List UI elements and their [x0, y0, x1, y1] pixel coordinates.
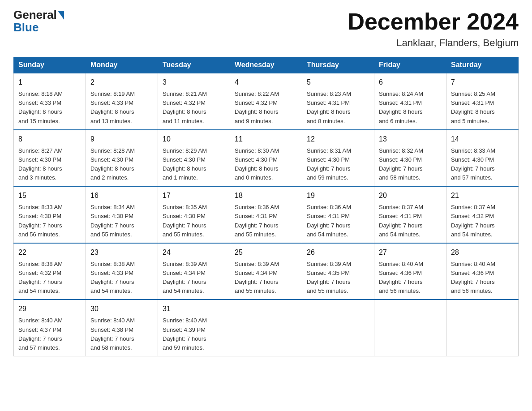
calendar-cell: 2Sunrise: 8:19 AM Sunset: 4:33 PM Daylig…	[86, 73, 158, 130]
day-info: Sunrise: 8:36 AM Sunset: 4:31 PM Dayligh…	[235, 203, 297, 239]
day-info: Sunrise: 8:23 AM Sunset: 4:31 PM Dayligh…	[307, 90, 369, 126]
day-number: 13	[379, 134, 442, 145]
day-info: Sunrise: 8:35 AM Sunset: 4:30 PM Dayligh…	[163, 203, 225, 239]
day-info: Sunrise: 8:40 AM Sunset: 4:36 PM Dayligh…	[451, 260, 514, 296]
day-info: Sunrise: 8:22 AM Sunset: 4:32 PM Dayligh…	[235, 90, 297, 126]
day-number: 17	[163, 190, 225, 201]
day-number: 31	[163, 304, 225, 314]
day-number: 23	[90, 247, 153, 258]
calendar-cell: 13Sunrise: 8:32 AM Sunset: 4:30 PM Dayli…	[374, 130, 446, 187]
location-title: Lanklaar, Flanders, Belgium	[348, 37, 519, 49]
calendar-cell: 5Sunrise: 8:23 AM Sunset: 4:31 PM Daylig…	[302, 73, 374, 130]
day-info: Sunrise: 8:30 AM Sunset: 4:30 PM Dayligh…	[235, 146, 297, 183]
day-info: Sunrise: 8:21 AM Sunset: 4:32 PM Dayligh…	[163, 90, 225, 126]
day-info: Sunrise: 8:33 AM Sunset: 4:30 PM Dayligh…	[451, 146, 514, 183]
calendar-cell: 26Sunrise: 8:39 AM Sunset: 4:35 PM Dayli…	[302, 243, 374, 300]
calendar-week-row: 8Sunrise: 8:27 AM Sunset: 4:30 PM Daylig…	[14, 130, 519, 187]
month-title: December 2024	[348, 9, 519, 34]
calendar-cell: 3Sunrise: 8:21 AM Sunset: 4:32 PM Daylig…	[158, 73, 230, 130]
day-number: 21	[451, 190, 514, 201]
day-number: 15	[18, 190, 81, 201]
day-info: Sunrise: 8:34 AM Sunset: 4:30 PM Dayligh…	[90, 203, 153, 239]
day-info: Sunrise: 8:40 AM Sunset: 4:36 PM Dayligh…	[379, 260, 442, 296]
day-info: Sunrise: 8:27 AM Sunset: 4:30 PM Dayligh…	[18, 146, 81, 183]
logo-arrow-icon	[58, 11, 64, 20]
calendar-cell	[446, 300, 519, 356]
logo-general-text: General	[13, 9, 57, 21]
calendar-cell: 14Sunrise: 8:33 AM Sunset: 4:30 PM Dayli…	[446, 130, 519, 187]
day-number: 10	[163, 134, 225, 145]
day-info: Sunrise: 8:40 AM Sunset: 4:38 PM Dayligh…	[90, 316, 153, 352]
day-number: 11	[235, 134, 297, 145]
day-info: Sunrise: 8:39 AM Sunset: 4:34 PM Dayligh…	[163, 260, 225, 296]
weekday-header-friday: Friday	[374, 57, 446, 73]
calendar-cell: 9Sunrise: 8:28 AM Sunset: 4:30 PM Daylig…	[86, 130, 158, 187]
day-number: 9	[90, 134, 153, 145]
day-info: Sunrise: 8:39 AM Sunset: 4:35 PM Dayligh…	[307, 260, 369, 296]
calendar-cell: 6Sunrise: 8:24 AM Sunset: 4:31 PM Daylig…	[374, 73, 446, 130]
calendar-cell: 31Sunrise: 8:40 AM Sunset: 4:39 PM Dayli…	[158, 300, 230, 356]
day-info: Sunrise: 8:18 AM Sunset: 4:33 PM Dayligh…	[18, 90, 81, 126]
calendar-cell: 1Sunrise: 8:18 AM Sunset: 4:33 PM Daylig…	[14, 73, 86, 130]
weekday-header-tuesday: Tuesday	[158, 57, 230, 73]
day-info: Sunrise: 8:24 AM Sunset: 4:31 PM Dayligh…	[379, 90, 442, 126]
calendar-cell: 27Sunrise: 8:40 AM Sunset: 4:36 PM Dayli…	[374, 243, 446, 300]
day-number: 4	[235, 77, 297, 88]
day-info: Sunrise: 8:33 AM Sunset: 4:30 PM Dayligh…	[18, 203, 81, 239]
day-number: 19	[307, 190, 369, 201]
weekday-header-sunday: Sunday	[14, 57, 86, 73]
day-number: 25	[235, 247, 297, 258]
calendar-cell: 21Sunrise: 8:37 AM Sunset: 4:32 PM Dayli…	[446, 186, 519, 243]
calendar-table: SundayMondayTuesdayWednesdayThursdayFrid…	[13, 57, 519, 356]
weekday-header-saturday: Saturday	[446, 57, 519, 73]
calendar-week-row: 29Sunrise: 8:40 AM Sunset: 4:37 PM Dayli…	[14, 300, 519, 356]
weekday-header-monday: Monday	[86, 57, 158, 73]
calendar-cell	[230, 300, 302, 356]
calendar-cell: 17Sunrise: 8:35 AM Sunset: 4:30 PM Dayli…	[158, 186, 230, 243]
calendar-cell: 29Sunrise: 8:40 AM Sunset: 4:37 PM Dayli…	[14, 300, 86, 356]
day-number: 27	[379, 247, 442, 258]
logo: General Blue	[13, 9, 64, 34]
day-info: Sunrise: 8:28 AM Sunset: 4:30 PM Dayligh…	[90, 146, 153, 183]
calendar-cell: 24Sunrise: 8:39 AM Sunset: 4:34 PM Dayli…	[158, 243, 230, 300]
day-info: Sunrise: 8:32 AM Sunset: 4:30 PM Dayligh…	[379, 146, 442, 183]
day-info: Sunrise: 8:36 AM Sunset: 4:31 PM Dayligh…	[307, 203, 369, 239]
day-number: 28	[451, 247, 514, 258]
day-number: 26	[307, 247, 369, 258]
day-number: 20	[379, 190, 442, 201]
day-number: 3	[163, 77, 225, 88]
day-info: Sunrise: 8:38 AM Sunset: 4:33 PM Dayligh…	[90, 260, 153, 296]
day-info: Sunrise: 8:25 AM Sunset: 4:31 PM Dayligh…	[451, 90, 514, 126]
day-number: 2	[90, 77, 153, 88]
day-info: Sunrise: 8:40 AM Sunset: 4:37 PM Dayligh…	[18, 316, 81, 352]
logo-blue-text: Blue	[13, 21, 39, 34]
day-number: 29	[18, 304, 81, 314]
calendar-week-row: 1Sunrise: 8:18 AM Sunset: 4:33 PM Daylig…	[14, 73, 519, 130]
day-number: 7	[451, 77, 514, 88]
calendar-cell: 4Sunrise: 8:22 AM Sunset: 4:32 PM Daylig…	[230, 73, 302, 130]
calendar-cell: 16Sunrise: 8:34 AM Sunset: 4:30 PM Dayli…	[86, 186, 158, 243]
day-number: 6	[379, 77, 442, 88]
calendar-header-row: SundayMondayTuesdayWednesdayThursdayFrid…	[14, 57, 519, 73]
day-number: 18	[235, 190, 297, 201]
weekday-header-wednesday: Wednesday	[230, 57, 302, 73]
day-info: Sunrise: 8:37 AM Sunset: 4:32 PM Dayligh…	[451, 203, 514, 239]
day-number: 12	[307, 134, 369, 145]
calendar-cell: 20Sunrise: 8:37 AM Sunset: 4:31 PM Dayli…	[374, 186, 446, 243]
day-number: 8	[18, 134, 81, 145]
calendar-cell: 19Sunrise: 8:36 AM Sunset: 4:31 PM Dayli…	[302, 186, 374, 243]
calendar-cell: 10Sunrise: 8:29 AM Sunset: 4:30 PM Dayli…	[158, 130, 230, 187]
page-header: General Blue December 2024 Lanklaar, Fla…	[13, 9, 519, 49]
day-number: 5	[307, 77, 369, 88]
calendar-cell: 15Sunrise: 8:33 AM Sunset: 4:30 PM Dayli…	[14, 186, 86, 243]
day-info: Sunrise: 8:19 AM Sunset: 4:33 PM Dayligh…	[90, 90, 153, 126]
calendar-cell: 7Sunrise: 8:25 AM Sunset: 4:31 PM Daylig…	[446, 73, 519, 130]
day-number: 22	[18, 247, 81, 258]
day-number: 14	[451, 134, 514, 145]
calendar-cell: 28Sunrise: 8:40 AM Sunset: 4:36 PM Dayli…	[446, 243, 519, 300]
calendar-week-row: 15Sunrise: 8:33 AM Sunset: 4:30 PM Dayli…	[14, 186, 519, 243]
day-number: 30	[90, 304, 153, 314]
calendar-cell: 30Sunrise: 8:40 AM Sunset: 4:38 PM Dayli…	[86, 300, 158, 356]
calendar-cell: 25Sunrise: 8:39 AM Sunset: 4:34 PM Dayli…	[230, 243, 302, 300]
weekday-header-thursday: Thursday	[302, 57, 374, 73]
